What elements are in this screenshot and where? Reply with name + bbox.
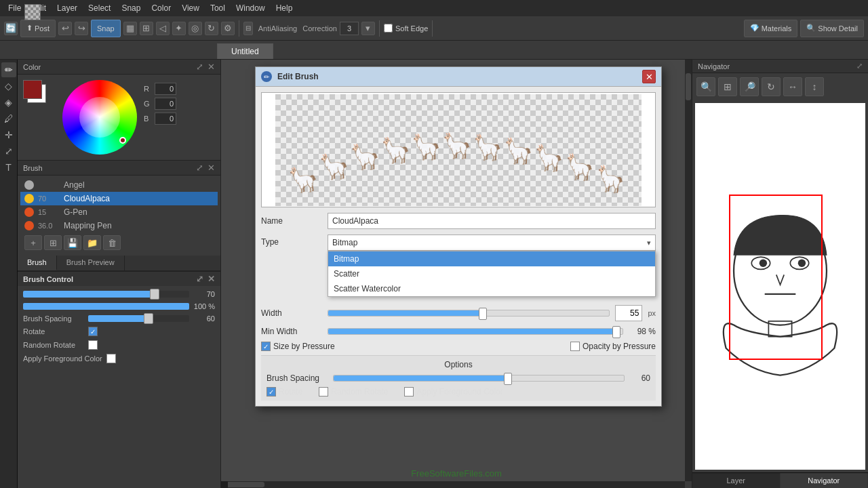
tool-transform[interactable]: ⤢ [1, 144, 16, 159]
brush-close-icon[interactable]: ✕ [208, 163, 215, 173]
name-input[interactable] [328, 213, 656, 229]
dialog-close-button[interactable]: ✕ [642, 70, 656, 83]
min-width-slider[interactable] [328, 328, 623, 335]
show-detail-button[interactable]: 🔍 Show Detail [800, 20, 864, 37]
new-brush-btn[interactable]: + [24, 235, 42, 250]
menu-view[interactable]: View [176, 3, 205, 13]
nav-zoom-in[interactable]: 🔍 [696, 77, 715, 96]
brush-item-angel[interactable]: Angel [20, 178, 218, 192]
snap-icon-6[interactable]: ↻ [205, 22, 218, 35]
navigator-expand-icon[interactable]: ⤢ [856, 62, 863, 70]
min-width-slider[interactable] [23, 303, 189, 310]
r-input[interactable] [155, 83, 176, 95]
options-rotate-checkbox[interactable]: ✓ [267, 387, 276, 396]
spacing-slider[interactable] [88, 315, 189, 322]
width-input[interactable] [615, 305, 642, 321]
show-detail-icon: 🔍 [806, 24, 816, 33]
color-wheel[interactable] [62, 80, 137, 155]
import-brush-btn[interactable]: 📁 [83, 235, 101, 250]
size-by-pressure-checkbox[interactable]: ✓ [261, 342, 271, 351]
new-button[interactable]: 🔄 [4, 22, 18, 35]
materials-button[interactable]: 💎 Materials [744, 20, 798, 37]
menu-file[interactable]: File [3, 3, 26, 13]
color-expand-icon[interactable]: ⤢ [196, 62, 203, 72]
menu-select[interactable]: Select [83, 3, 116, 13]
menu-snap[interactable]: Snap [116, 3, 146, 13]
brush-item-cloudalpaca[interactable]: 70 CloudAlpaca [20, 192, 218, 205]
sub-tab-brush[interactable]: Brush [18, 256, 57, 270]
menu-tool[interactable]: Tool [205, 3, 231, 13]
brush-name-mappingpen: Mapping Pen [64, 221, 112, 230]
tab-untitled[interactable]: Untitled [217, 43, 273, 59]
settings-icon[interactable]: ⚙ [221, 22, 235, 35]
apply-fg-checkbox[interactable] [106, 354, 116, 363]
snap-icon-3[interactable]: ◁ [156, 22, 170, 35]
menu-color[interactable]: Color [146, 3, 176, 13]
type-dropdown-wrap: Bitmap ▾ Bitmap Scatter Scatter Watercol… [328, 235, 656, 251]
nav-rotate[interactable]: ↻ [762, 77, 781, 96]
options-rotate-label: Rotate [279, 387, 302, 396]
size-slider[interactable] [23, 291, 189, 298]
nav-flip-h[interactable]: ↔ [783, 77, 802, 96]
brush-control-close-icon[interactable]: ✕ [208, 274, 215, 284]
random-rotate-checkbox[interactable] [88, 340, 98, 350]
opacity-by-pressure-checkbox[interactable] [570, 342, 580, 351]
menu-window[interactable]: Window [231, 3, 271, 13]
nav-zoom-out[interactable]: 🔎 [740, 77, 759, 96]
brush-expand-icon[interactable]: ⤢ [196, 163, 203, 173]
snap-button[interactable]: Snap [91, 20, 121, 37]
nav-fit[interactable]: ⊞ [718, 77, 737, 96]
b-input[interactable] [155, 113, 176, 125]
width-slider[interactable] [328, 310, 610, 317]
dialog-titlebar: ✏ Edit Brush ✕ [256, 67, 661, 87]
rotate-checkbox[interactable]: ✓ [88, 327, 98, 336]
options-apply-fg-item: Apply Foreground Color [404, 387, 502, 396]
save-brush-btn[interactable]: 💾 [64, 235, 81, 250]
snap-icon-1[interactable]: ▦ [123, 22, 137, 35]
tool-eraser[interactable]: ◇ [1, 79, 16, 94]
tool-pen[interactable]: 🖊 [1, 111, 16, 126]
brush-control-expand-icon[interactable]: ⤢ [196, 274, 203, 284]
g-input[interactable] [155, 98, 176, 110]
transparent-swatch[interactable] [24, 4, 41, 20]
options-title: Options [267, 360, 650, 369]
brush-spacing-options-slider[interactable] [333, 375, 625, 382]
type-dropdown[interactable]: Bitmap ▾ [328, 235, 656, 251]
brush-panel-title: Brush [23, 164, 43, 172]
correction-dropdown[interactable]: ▾ [361, 22, 375, 35]
menu-help[interactable]: Help [271, 3, 298, 13]
bottom-tab-navigator[interactable]: Navigator [781, 473, 869, 488]
bottom-tab-layer[interactable]: Layer [692, 473, 781, 488]
correction-input[interactable] [340, 22, 359, 35]
brush-item-mappingpen[interactable]: 36.0 Mapping Pen [20, 219, 218, 232]
redo-button[interactable]: ↪ [75, 22, 88, 35]
color-close-icon[interactable]: ✕ [208, 62, 215, 72]
snap-icon-5[interactable]: ◎ [189, 22, 202, 35]
tool-text[interactable]: T [1, 160, 16, 175]
dropdown-opt-bitmap[interactable]: Bitmap [328, 251, 655, 266]
nav-preview-img [695, 103, 865, 470]
sub-tab-preview[interactable]: Brush Preview [57, 256, 125, 270]
brush-spacing-options-label: Brush Spacing [267, 373, 328, 383]
menu-layer[interactable]: Layer [52, 3, 83, 13]
nav-flip-v[interactable]: ↕ [805, 77, 824, 96]
dropdown-opt-scatter[interactable]: Scatter [328, 266, 655, 281]
tool-brush[interactable]: ✏ [1, 62, 16, 77]
tool-fill[interactable]: ◈ [1, 95, 16, 110]
dialog-title: Edit Brush [277, 72, 642, 81]
snap-icon-4[interactable]: ✦ [172, 22, 186, 35]
snap-icon-2[interactable]: ⊞ [140, 22, 153, 35]
options-apply-fg-checkbox[interactable] [404, 387, 414, 396]
brush-control-title: Brush Control [23, 275, 73, 283]
options-random-rotate-checkbox[interactable] [319, 387, 328, 396]
delete-brush-btn[interactable]: 🗑 [103, 235, 121, 250]
foreground-swatch[interactable] [23, 80, 42, 99]
nav-preview[interactable] [695, 103, 865, 470]
brush-item-gpen[interactable]: 15 G-Pen [20, 205, 218, 219]
copy-brush-btn[interactable]: ⊞ [44, 235, 62, 250]
undo-button[interactable]: ↩ [58, 22, 72, 35]
tool-move[interactable]: ✛ [1, 127, 16, 142]
soft-edge-checkbox[interactable] [384, 24, 393, 33]
dropdown-opt-scatter-watercolor[interactable]: Scatter Watercolor [328, 281, 655, 296]
post-button[interactable]: ⬆ Post [20, 20, 56, 37]
